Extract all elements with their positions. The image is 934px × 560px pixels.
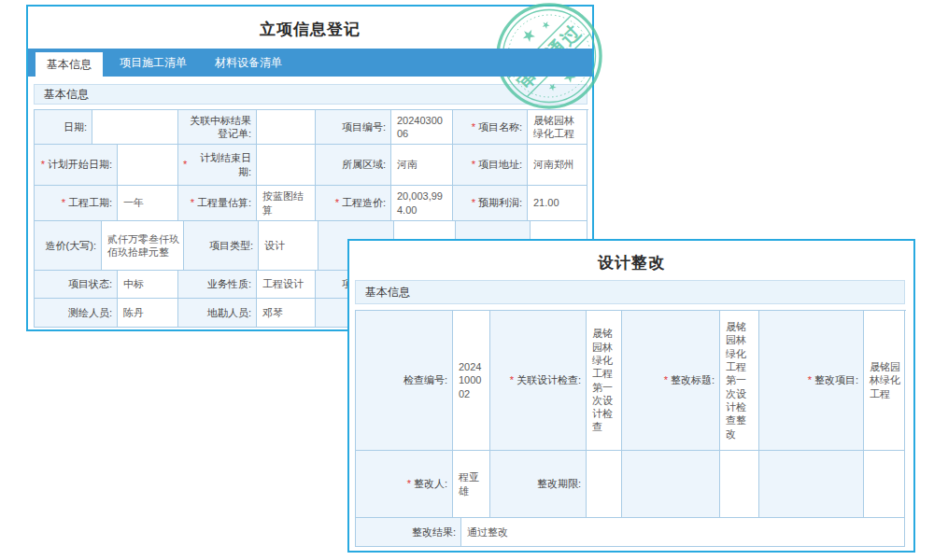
tab[interactable]: 材料设备清单	[204, 49, 293, 77]
field-value: 2024030006	[391, 110, 453, 145]
field-value: 中标	[118, 271, 178, 299]
field-value: 工程设计	[257, 271, 316, 299]
field-label-text: 整改期限:	[537, 477, 581, 490]
field-label-text: 工程量估算:	[197, 196, 251, 209]
field-value: 设计	[259, 221, 318, 271]
form-row: *工程工期:一年*工程量估算:按蓝图结算*工程造价:20,003,994.00*…	[35, 186, 588, 221]
field-value: 按蓝图结算	[257, 186, 316, 221]
field-label: 项目类型:	[184, 221, 259, 271]
required-asterisk: *	[183, 158, 187, 171]
field-label-text: 关联设计检查:	[517, 373, 581, 386]
field-label: *整改标题:	[622, 311, 720, 451]
desktop: { "ui": { "required_marker": "*" }, "sta…	[0, 0, 934, 560]
required-asterisk: *	[335, 196, 339, 209]
field-label: 项目编号:	[316, 110, 391, 145]
required-asterisk: *	[472, 196, 475, 209]
field-label-text: 工程造价:	[342, 196, 386, 209]
field-label: *项目名称:	[453, 110, 528, 145]
form-row: 检查编号:2024100002*关联设计检查:晟铭园林绿化工程第一次设计检查*整…	[356, 311, 906, 451]
field-value: 20,003,994.00	[391, 186, 453, 221]
field-label: *计划开始日期:	[35, 145, 118, 186]
form-row: 日期:关联中标结果登记单:项目编号:2024030006*项目名称:晟铭园林绿化…	[35, 110, 588, 145]
field-label: 地勘人员:	[178, 299, 257, 328]
field-label: 整改结果:	[356, 518, 461, 547]
required-asterisk: *	[41, 158, 45, 171]
field-label: 测绘人员:	[35, 299, 118, 328]
field-value: 程亚雄	[453, 451, 490, 518]
field-label: 日期:	[35, 110, 92, 145]
field-value	[864, 451, 905, 518]
field-value	[720, 451, 759, 518]
required-asterisk: *	[472, 120, 475, 133]
field-label: *工程量估算:	[178, 186, 257, 221]
field-label: 整改期限:	[490, 451, 587, 518]
field-value: 一年	[118, 186, 178, 221]
tab[interactable]: 项目施工清单	[108, 49, 198, 77]
field-label-text: 整改结果:	[412, 525, 456, 539]
field-label: 造价(大写):	[35, 221, 102, 271]
field-value: 晟铭园林绿化工程第一次设计检查	[587, 311, 622, 451]
field-label: *项目地址:	[453, 145, 528, 186]
field-value: 陈丹	[118, 299, 178, 328]
rectification-form: 检查编号:2024100002*关联设计检查:晟铭园林绿化工程第一次设计检查*整…	[355, 310, 906, 547]
field-label: *整改人:	[356, 451, 453, 518]
form-row: *整改人:程亚雄整改期限:	[356, 451, 906, 518]
form-row: 整改结果:通过整改	[356, 518, 906, 547]
field-label-text: 业务性质:	[207, 277, 251, 290]
field-value: 河南	[391, 145, 453, 186]
field-label: *工程工期:	[35, 186, 118, 221]
field-label-text: 整改标题:	[671, 373, 715, 386]
field-label: 检查编号:	[356, 311, 453, 451]
field-label-text: 工程工期:	[68, 196, 112, 209]
required-asterisk: *	[191, 196, 194, 209]
required-asterisk: *	[472, 158, 475, 171]
field-label: 业务性质:	[178, 271, 257, 299]
section-header: 基本信息	[355, 280, 905, 304]
field-label-text: 项目类型:	[209, 239, 253, 252]
field-value	[587, 451, 622, 518]
field-label: 关联中标结果登记单:	[178, 110, 257, 145]
required-asterisk: *	[510, 373, 514, 386]
field-label-text: 所属区域:	[342, 158, 386, 171]
page-title: 设计整改	[349, 252, 913, 273]
field-label-text: 关联中标结果登记单:	[183, 114, 251, 141]
required-asterisk: *	[808, 373, 812, 386]
field-value: 通过整改	[461, 518, 905, 547]
field-label-text: 计划开始日期:	[48, 158, 112, 171]
form-row: *计划开始日期:*计划结束日期:所属区域:河南*项目地址:河南郑州	[35, 145, 588, 186]
field-label-text: 地勘人员:	[207, 306, 251, 319]
field-label-text: 测绘人员:	[68, 306, 112, 319]
field-label-text: 计划结束日期:	[190, 151, 251, 178]
field-label: 项目状态:	[35, 271, 118, 299]
field-label-text: 整改人:	[414, 477, 447, 490]
field-label	[759, 451, 864, 518]
required-asterisk: *	[407, 477, 411, 490]
field-value: 晟铭园林绿化工程	[528, 110, 587, 145]
field-label-text: 整改项目:	[814, 373, 858, 386]
field-value	[92, 110, 178, 145]
field-value: 晟铭园林绿化工程	[864, 311, 905, 451]
field-value: 2024100002	[453, 311, 490, 451]
field-label-text: 预期利润:	[478, 196, 522, 209]
field-label: 所属区域:	[316, 145, 391, 186]
field-label: *计划结束日期:	[178, 145, 257, 186]
field-label-text: 项目名称:	[478, 120, 522, 133]
field-label-text: 造价(大写):	[46, 239, 96, 252]
design-rectification-window: 设计整改 基本信息 检查编号:2024100002*关联设计检查:晟铭园林绿化工…	[347, 239, 915, 553]
field-label: *预期利润:	[453, 186, 528, 221]
field-label-text: 项目状态:	[68, 277, 112, 290]
field-value	[118, 145, 178, 186]
field-value: 晟铭园林绿化工程第一次设计检查整改	[720, 311, 759, 451]
field-value: 邓琴	[257, 299, 316, 328]
field-label: *工程造价:	[316, 186, 391, 221]
field-value	[257, 145, 316, 186]
required-asterisk: *	[664, 373, 668, 386]
field-label	[622, 451, 720, 518]
page-title: 立项信息登记	[28, 19, 592, 40]
tab[interactable]: 基本信息	[35, 52, 103, 77]
field-value: 21.00	[528, 186, 587, 221]
field-label: *整改项目:	[759, 311, 864, 451]
field-label-text: 日期:	[64, 120, 87, 133]
required-asterisk: *	[62, 196, 65, 209]
field-value: 河南郑州	[528, 145, 587, 186]
